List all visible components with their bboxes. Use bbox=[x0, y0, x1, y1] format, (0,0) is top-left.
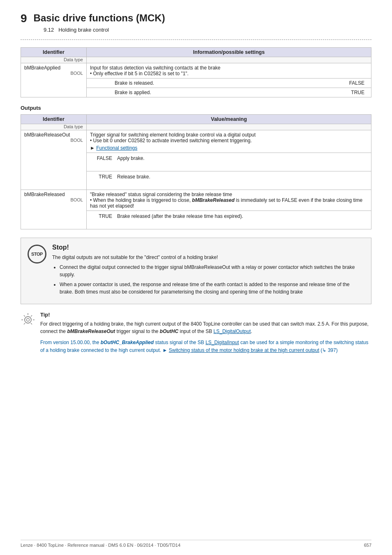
svg-point-8 bbox=[27, 318, 30, 321]
svg-line-4 bbox=[24, 315, 25, 317]
tip-content: Tip! For direct triggering of a holding … bbox=[40, 312, 371, 357]
inputs-col2-header: Information/possible settings bbox=[87, 47, 371, 57]
inputs-datatype-label: Data type bbox=[21, 57, 87, 63]
inputs-datatype-row: Data type bbox=[21, 57, 371, 63]
release-out-info: Trigger signal for switching element hol… bbox=[87, 130, 371, 153]
section-label: 9.12 Holding brake control bbox=[44, 27, 371, 33]
info-cell: Input for status detection via switching… bbox=[87, 63, 371, 78]
stop-content: Stop! The digital outputs are not suitab… bbox=[52, 244, 364, 298]
outputs-col2-header: Value/meaning bbox=[87, 114, 371, 124]
page-footer: Lenze · 8400 TopLine · Reference manual … bbox=[21, 540, 371, 548]
table-row: bMBrakeApplied BOOL Input for status det… bbox=[21, 63, 371, 78]
stop-main-text: The digital outputs are not suitable for… bbox=[52, 254, 364, 260]
svg-line-1 bbox=[31, 315, 32, 317]
tip-icon bbox=[21, 312, 35, 327]
tip-title: Tip! bbox=[40, 312, 371, 318]
table-row: bMBrakeReleaseOut BOOL Trigger signal fo… bbox=[21, 130, 371, 153]
inputs-table: Identifier Information/possible settings… bbox=[21, 47, 371, 97]
tip-box: Tip! For direct triggering of a holding … bbox=[21, 312, 371, 357]
stop-bullet-2: When a power contactor is used, the resp… bbox=[60, 281, 364, 296]
tip-svg-icon bbox=[21, 312, 35, 327]
table-row: bMBrakeReleased BOOL "Brake released" st… bbox=[21, 190, 371, 210]
identifier-cell-release-out: bMBrakeReleaseOut BOOL bbox=[21, 130, 87, 190]
functional-settings-link[interactable]: Functional settings bbox=[96, 145, 137, 151]
svg-line-6 bbox=[24, 323, 25, 324]
svg-point-9 bbox=[28, 313, 28, 314]
svg-line-3 bbox=[31, 323, 32, 324]
divider bbox=[21, 39, 371, 40]
svg-point-7 bbox=[25, 317, 31, 323]
ls-digital-output-link[interactable]: LS_DigitalOutput bbox=[214, 328, 251, 334]
footer-right: 657 bbox=[364, 543, 371, 548]
stop-bullets: Connect the digital output connected to … bbox=[60, 264, 364, 296]
inputs-col1-header: Identifier bbox=[21, 47, 87, 57]
released-info: "Brake released" status signal consideri… bbox=[87, 190, 371, 210]
tip-para1: For direct triggering of a holding brake… bbox=[40, 320, 371, 335]
identifier-cell: bMBrakeApplied BOOL bbox=[21, 63, 87, 97]
stop-bullet-1: Connect the digital output connected to … bbox=[60, 264, 364, 278]
identifier-cell-released: bMBrakeReleased BOOL bbox=[21, 190, 87, 229]
stop-box: STOP Stop! The digital outputs are not s… bbox=[21, 238, 371, 304]
stop-icon: STOP bbox=[28, 245, 46, 264]
chapter-number: 9 bbox=[21, 12, 27, 25]
page-header: 9Basic drive functions (MCK) 9.12 Holdin… bbox=[21, 12, 371, 33]
ls-digital-input-link[interactable]: LS_DigitalInput bbox=[205, 340, 239, 345]
tip-para2: From version 15.00.00, the bOutHC_BrakeA… bbox=[40, 339, 371, 354]
chapter-title: Basic drive functions (MCK) bbox=[34, 12, 165, 24]
outputs-col1-header: Identifier bbox=[21, 114, 87, 124]
outputs-table: Identifier Value/meaning Data type bMBra… bbox=[21, 114, 371, 229]
outputs-heading: Outputs bbox=[21, 105, 371, 111]
switching-status-link[interactable]: Switching status of the motor holding br… bbox=[169, 347, 319, 353]
stop-title: Stop! bbox=[52, 244, 364, 251]
outputs-datatype-row: Data type bbox=[21, 124, 371, 130]
footer-left: Lenze · 8400 TopLine · Reference manual … bbox=[21, 543, 180, 548]
functional-settings-arrow: ► bbox=[90, 145, 96, 151]
outputs-datatype-label: Data type bbox=[21, 124, 87, 130]
